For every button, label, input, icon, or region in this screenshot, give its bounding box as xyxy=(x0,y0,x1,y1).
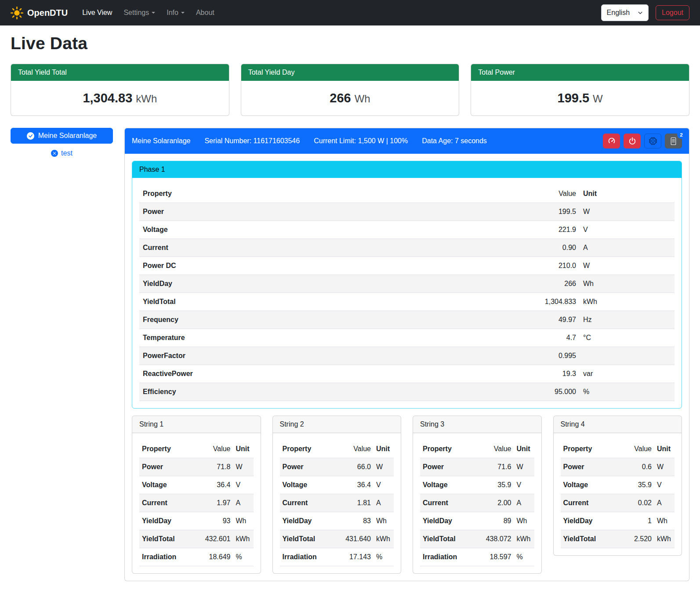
unit-cell: Wh xyxy=(654,512,675,530)
language-select[interactable]: English xyxy=(601,4,649,21)
value-cell: 1 xyxy=(619,512,654,530)
value-cell: 2.520 xyxy=(619,530,654,548)
value-cell: 35.9 xyxy=(473,476,514,494)
property-cell: PowerFactor xyxy=(139,347,403,365)
summary-unit: kWh xyxy=(136,93,157,105)
event-count-badge: 2 xyxy=(677,130,685,139)
col-property: Property xyxy=(280,440,333,458)
value-cell: 93 xyxy=(192,512,233,530)
unit-cell: V xyxy=(374,476,394,494)
value-cell: 19.3 xyxy=(403,365,580,383)
nav-info-label: Info xyxy=(167,9,178,17)
limit-settings-button[interactable] xyxy=(603,134,620,148)
device-info-button[interactable] xyxy=(644,134,661,148)
summary-value: 1,304.83 xyxy=(83,91,132,105)
table-row: ReactivePower 19.3 var xyxy=(139,365,675,383)
value-cell: 0.6 xyxy=(619,458,654,476)
summary-card-total-yield-total: Total Yield Total 1,304.83kWh xyxy=(11,64,229,116)
unit-cell: W xyxy=(514,458,534,476)
summary-card-body: 266Wh xyxy=(241,81,459,116)
nav-settings[interactable]: Settings xyxy=(118,5,161,20)
summary-value: 266 xyxy=(330,91,351,105)
value-cell: 66.0 xyxy=(333,458,374,476)
summary-card-body: 199.5W xyxy=(471,81,689,116)
string-table: Property Value Unit Power 71.6 W xyxy=(420,440,534,566)
unit-cell xyxy=(580,347,675,365)
brand[interactable]: OpenDTU xyxy=(11,7,68,19)
table-row: YieldDay 93 Wh xyxy=(139,512,254,530)
property-cell: Voltage xyxy=(280,476,333,494)
chevron-down-icon xyxy=(181,12,185,14)
unit-cell: °C xyxy=(580,329,675,347)
inverter-limit: Current Limit: 1,500 W | 100% xyxy=(314,137,408,145)
table-row: YieldDay 266 Wh xyxy=(139,275,675,293)
event-log-button[interactable]: 2 xyxy=(665,134,682,148)
nav-about[interactable]: About xyxy=(190,5,220,20)
power-button[interactable] xyxy=(624,134,641,148)
unit-cell: kWh xyxy=(233,530,254,548)
unit-cell: % xyxy=(580,383,675,401)
property-cell: YieldTotal xyxy=(280,530,333,548)
table-row: Voltage 35.9 V xyxy=(561,476,675,494)
inverter-select-button[interactable]: Meine Solaranlage xyxy=(11,128,113,144)
inverter-card-body: Phase 1 Property Value Unit xyxy=(125,154,689,581)
value-cell: 199.5 xyxy=(403,203,580,221)
property-cell: Power xyxy=(561,458,619,476)
table-header-row: Property Value Unit xyxy=(280,440,394,458)
unit-cell: A xyxy=(233,494,254,512)
table-row: Power 71.6 W xyxy=(420,458,534,476)
table-header-row: Property Value Unit xyxy=(420,440,534,458)
property-cell: Irradiation xyxy=(139,548,192,566)
unit-cell: W xyxy=(580,257,675,275)
main-container: Live Data Total Yield Total 1,304.83kWh … xyxy=(0,34,700,594)
table-row: Power 71.8 W xyxy=(139,458,254,476)
value-cell: 210.0 xyxy=(403,257,580,275)
cpu-icon xyxy=(649,137,657,145)
inverter-test-label: test xyxy=(61,149,73,157)
col-unit: Unit xyxy=(374,440,394,458)
value-cell: 36.4 xyxy=(333,476,374,494)
table-row: Current 1.97 A xyxy=(139,494,254,512)
top-navbar: OpenDTU Live View Settings Info About En… xyxy=(0,0,700,25)
x-circle-icon xyxy=(51,150,58,157)
logout-button[interactable]: Logout xyxy=(656,5,689,20)
string-table-body: Power 71.8 W Voltage 36.4 V Current xyxy=(139,458,254,566)
unit-cell: Wh xyxy=(374,512,394,530)
inverter-item-test[interactable]: test xyxy=(11,149,113,157)
table-row: Voltage 221.9 V xyxy=(139,221,675,239)
unit-cell: A xyxy=(514,494,534,512)
value-cell: 266 xyxy=(403,275,580,293)
value-cell: 0.02 xyxy=(619,494,654,512)
col-property: Property xyxy=(420,440,473,458)
chevron-down-icon xyxy=(152,12,155,14)
summary-card-total-yield-day: Total Yield Day 266Wh xyxy=(241,64,460,116)
table-row: YieldTotal 438.072 kWh xyxy=(420,530,534,548)
unit-cell: % xyxy=(514,548,534,566)
nav-info[interactable]: Info xyxy=(161,5,190,20)
table-row: YieldDay 1 Wh xyxy=(561,512,675,530)
col-property: Property xyxy=(561,440,619,458)
value-cell: 1.81 xyxy=(333,494,374,512)
table-row: Power 0.6 W xyxy=(561,458,675,476)
property-cell: YieldDay xyxy=(139,275,403,293)
table-row: PowerFactor 0.995 xyxy=(139,347,675,365)
property-cell: Voltage xyxy=(420,476,473,494)
value-cell: 431.640 xyxy=(333,530,374,548)
property-cell: YieldDay xyxy=(139,512,192,530)
string-cards: String 1 Property Value Unit xyxy=(132,416,682,574)
check-circle-icon xyxy=(27,132,34,140)
inverter-serial: Serial Number: 116171603546 xyxy=(204,137,300,145)
chevron-down-icon xyxy=(638,10,643,15)
value-cell: 432.601 xyxy=(192,530,233,548)
summary-card-body: 1,304.83kWh xyxy=(11,81,229,116)
power-icon xyxy=(628,137,636,145)
journal-list-icon xyxy=(670,137,677,145)
table-row: Power 66.0 W xyxy=(280,458,394,476)
property-cell: Frequency xyxy=(139,311,403,329)
string-table: Property Value Unit Power 66.0 W xyxy=(280,440,394,566)
table-row: YieldTotal 432.601 kWh xyxy=(139,530,254,548)
summary-unit: Wh xyxy=(355,93,370,105)
nav-live-view[interactable]: Live View xyxy=(76,5,118,20)
summary-card-title: Total Yield Total xyxy=(11,64,229,81)
property-cell: ReactivePower xyxy=(139,365,403,383)
